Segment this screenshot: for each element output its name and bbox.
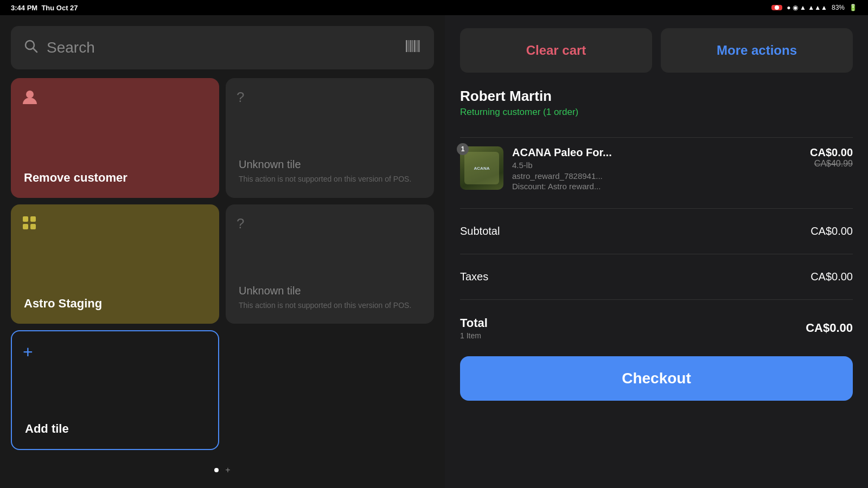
divider-3: [460, 254, 853, 254]
svg-rect-3: [409, 40, 410, 52]
divider-2: [460, 208, 853, 209]
item-discount: Discount: Astro reward...: [512, 182, 801, 191]
svg-rect-10: [23, 216, 28, 222]
item-sku: astro_reward_7828941...: [512, 171, 801, 181]
more-actions-button[interactable]: More actions: [661, 28, 853, 73]
record-dot: [775, 5, 779, 10]
tile-unknown-1: ? Unknown tile This action is not suppor…: [226, 78, 434, 198]
page-dot-active: [214, 468, 219, 472]
total-label: Total: [460, 316, 488, 330]
svg-line-1: [33, 48, 37, 52]
total-label-group: Total 1 Item: [460, 316, 488, 340]
top-buttons: Clear cart More actions: [460, 28, 853, 73]
main-container: Search: [0, 15, 868, 488]
add-tile-label: Add tile: [25, 422, 205, 436]
checkout-button[interactable]: Checkout: [460, 356, 853, 401]
customer-name: Robert Martin: [460, 88, 853, 105]
plus-icon: +: [23, 342, 33, 362]
status-time: 3:44 PM Thu Oct 27: [11, 4, 78, 12]
taxes-value: CA$0.00: [810, 271, 853, 283]
left-panel: Search: [0, 15, 445, 488]
search-bar[interactable]: Search: [11, 26, 434, 69]
tile-unknown-2: ? Unknown tile This action is not suppor…: [226, 204, 434, 324]
total-sublabel: 1 Item: [460, 331, 488, 340]
tile-astro-staging[interactable]: Astro Staging: [11, 204, 219, 324]
signal-icons: ● ◉ ▲ ▲▲▲: [787, 4, 827, 11]
item-name: ACANA Paleo For...: [512, 146, 801, 159]
search-placeholder: Search: [47, 39, 397, 56]
right-panel: Clear cart More actions Robert Martin Re…: [445, 15, 868, 488]
unknown-tile-2-desc: This action is not supported on this ver…: [239, 300, 421, 311]
taxes-label: Taxes: [460, 271, 488, 283]
item-price-new: CA$0.00: [810, 146, 853, 159]
help-icon-1: ?: [237, 89, 244, 106]
tiles-grid: Remove customer ? Unknown tile This acti…: [11, 78, 434, 450]
remove-customer-label: Remove customer: [24, 171, 206, 185]
total-row: Total 1 Item CA$0.00: [460, 309, 853, 348]
clear-cart-button[interactable]: Clear cart: [460, 28, 652, 73]
battery-icon: 🔋: [849, 4, 857, 11]
tile-add[interactable]: + Add tile: [11, 330, 219, 450]
svg-rect-13: [30, 224, 36, 229]
subtotal-row: Subtotal CA$0.00: [460, 217, 853, 245]
svg-rect-6: [414, 40, 416, 52]
tile-remove-customer[interactable]: Remove customer: [11, 78, 219, 198]
item-price-old: CA$40.99: [814, 159, 853, 169]
unknown-tile-1-label: Unknown tile: [239, 158, 421, 171]
item-weight: 4.5-lb: [512, 160, 801, 170]
customer-status: Returning customer (1 order): [460, 107, 853, 118]
item-prices: CA$0.00 CA$40.99: [810, 146, 853, 169]
grid-icon: [22, 215, 37, 234]
add-page-button[interactable]: +: [225, 465, 230, 475]
item-quantity-badge: 1: [457, 143, 469, 155]
recording-indicator: [771, 5, 782, 10]
page-indicator: +: [11, 459, 434, 477]
astro-staging-label: Astro Staging: [24, 297, 206, 311]
svg-rect-8: [418, 40, 420, 52]
divider-1: [460, 137, 853, 138]
unknown-tile-1-desc: This action is not supported on this ver…: [239, 174, 421, 185]
subtotal-value: CA$0.00: [810, 225, 853, 237]
item-image-wrap: ACANA 1: [460, 146, 503, 190]
item-info: ACANA Paleo For... 4.5-lb astro_reward_7…: [512, 146, 801, 191]
unknown-tile-2-label: Unknown tile: [239, 285, 421, 297]
svg-rect-2: [406, 40, 407, 52]
svg-rect-5: [412, 40, 413, 52]
person-icon: [22, 89, 38, 109]
subtotal-label: Subtotal: [460, 225, 500, 237]
svg-rect-12: [23, 224, 28, 229]
svg-rect-11: [30, 216, 36, 222]
status-right: ● ◉ ▲ ▲▲▲ 83% 🔋: [771, 4, 857, 11]
help-icon-2: ?: [237, 215, 244, 232]
battery-level: 83%: [832, 4, 845, 11]
barcode-icon[interactable]: [406, 40, 421, 55]
cart-item: ACANA 1 ACANA Paleo For... 4.5-lb astro_…: [460, 146, 853, 191]
svg-point-9: [26, 91, 34, 98]
search-icon: [24, 39, 38, 56]
svg-rect-4: [410, 40, 412, 52]
total-value: CA$0.00: [806, 321, 853, 335]
divider-4: [460, 299, 853, 300]
taxes-row: Taxes CA$0.00: [460, 263, 853, 291]
status-bar: 3:44 PM Thu Oct 27 ● ◉ ▲ ▲▲▲ 83% 🔋: [0, 0, 868, 15]
svg-rect-7: [417, 40, 418, 52]
customer-section: Robert Martin Returning customer (1 orde…: [460, 88, 853, 118]
